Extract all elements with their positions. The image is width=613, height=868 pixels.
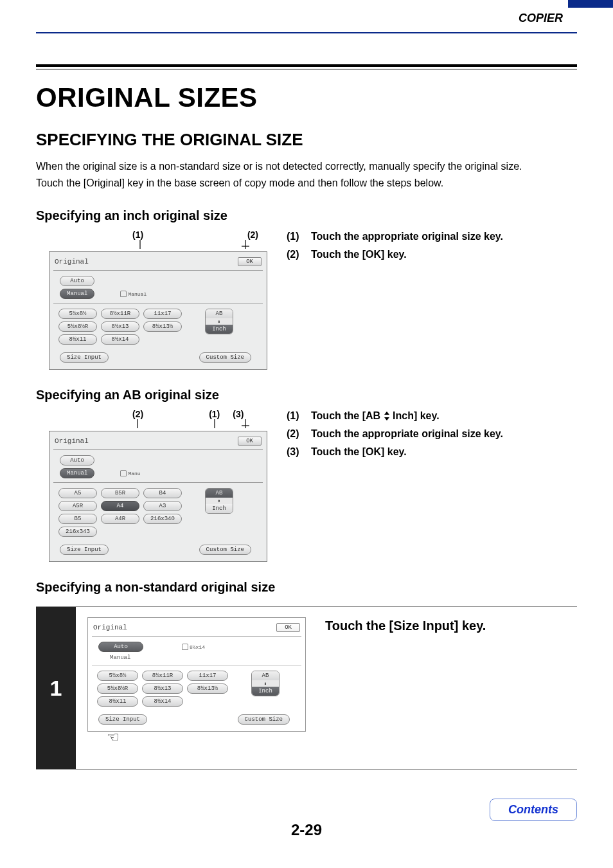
callout-2b: (2) — [132, 409, 143, 419]
step-num: (2) — [287, 249, 305, 260]
svg-marker-7 — [384, 411, 389, 415]
ab-half-3: AB — [252, 671, 279, 680]
svg-marker-8 — [384, 417, 389, 420]
callout-3b: (3) — [233, 409, 244, 419]
callout-1b: (1) — [209, 409, 220, 419]
size-option[interactable]: A4 — [101, 501, 139, 511]
title-rule-thick — [36, 64, 577, 67]
size-option[interactable]: B5R — [101, 488, 139, 498]
nonstandard-panel: Original OK Auto 8½x14 Manual 5½x8½8½x11… — [87, 617, 306, 732]
inch-half-3: Inch — [252, 687, 279, 696]
step-num: (3) — [287, 446, 305, 458]
ab-panel: Original OK Auto Manual Manu A5B5RB4A5RA… — [49, 431, 267, 562]
callout-1: (1) — [132, 230, 143, 240]
manual-button-2[interactable]: Manual — [60, 468, 94, 478]
section-header: COPIER — [519, 12, 563, 25]
size-option[interactable]: 8½x13 — [101, 321, 139, 332]
step-number: 1 — [36, 607, 76, 769]
size-option[interactable]: 216x340 — [143, 514, 182, 524]
section-title: SPECIFYING THE ORIGINAL SIZE — [36, 130, 577, 150]
panel-title: Original — [55, 258, 89, 266]
callout-lines — [49, 240, 267, 249]
size-option[interactable]: 216x343 — [58, 527, 97, 537]
title-rule-thin — [36, 69, 577, 69]
size-option[interactable]: B5 — [58, 514, 97, 524]
size-option[interactable]: 11x17 — [143, 309, 182, 319]
ok-button-2[interactable]: OK — [238, 437, 262, 446]
callout-2: (2) — [247, 230, 258, 240]
ab-half-2: AB — [206, 489, 233, 498]
callout-lines-2 — [49, 419, 267, 428]
step-text: Touch the appropriate original size key. — [311, 428, 503, 440]
ok-button-3[interactable]: OK — [276, 623, 300, 632]
size-option[interactable]: 8½x11 — [97, 696, 138, 707]
ab-inch-toggle-3[interactable]: AB ⬍ Inch — [251, 671, 280, 696]
size-option[interactable]: A5R — [58, 501, 97, 511]
size-option[interactable]: 8½x13½ — [143, 321, 182, 332]
size-option[interactable]: 8½x14 — [101, 334, 139, 345]
updown-icon-3: ⬍ — [252, 680, 279, 687]
updown-icon-2: ⬍ — [206, 498, 233, 504]
custom-size-button-3[interactable]: Custom Size — [238, 714, 290, 725]
size-input-button[interactable]: Size Input — [60, 352, 109, 363]
size-option[interactable]: 8½x11R — [142, 671, 183, 681]
panel-title-2: Original — [55, 437, 89, 445]
inch-panel: Original OK Auto Manual Manual 5½x8½8½x1… — [49, 251, 267, 370]
step2-text-1: Touch the [AB Inch] key. — [311, 410, 440, 422]
size-option[interactable]: A3 — [143, 501, 182, 511]
step-big-text: Touch the [Size Input] key. — [325, 619, 577, 633]
size-option[interactable]: 5½x8½R — [97, 683, 138, 694]
size-option[interactable]: 5½x8½R — [58, 321, 97, 332]
manu-tab[interactable]: Manu — [120, 470, 140, 476]
hand-pointer-icon: ☜ — [107, 729, 120, 746]
size-option[interactable]: B4 — [143, 488, 182, 498]
custom-size-button[interactable]: Custom Size — [199, 352, 251, 363]
step-num: (1) — [287, 231, 305, 242]
size-tab[interactable]: 8½x14 — [182, 644, 205, 650]
step-text: Touch the [OK] key. — [311, 249, 407, 260]
manual-label-3: Manual — [98, 655, 130, 661]
step-num: (2) — [287, 428, 305, 440]
auto-button-2[interactable]: Auto — [60, 455, 94, 466]
subhead-ab: Specifying an AB original size — [36, 388, 577, 402]
custom-size-button-2[interactable]: Custom Size — [199, 545, 251, 555]
subhead-nonstandard: Specifying a non-standard original size — [36, 580, 577, 595]
size-input-button-2[interactable]: Size Input — [60, 545, 109, 555]
size-option[interactable]: 8½x14 — [142, 696, 183, 707]
inch-half-2: Inch — [206, 504, 233, 513]
size-option[interactable]: 8½x13½ — [187, 683, 228, 694]
size-option[interactable]: 8½x11R — [101, 309, 139, 319]
ok-button[interactable]: OK — [238, 257, 262, 266]
updown-inline-icon — [384, 411, 390, 423]
auto-button[interactable]: Auto — [60, 276, 94, 286]
step2-num-1: (1) — [287, 410, 305, 422]
contents-button[interactable]: Contents — [490, 799, 577, 821]
step-1-box: 1 Original OK Auto 8½x14 Manual — [36, 606, 577, 770]
size-option[interactable]: A4R — [101, 514, 139, 524]
step-text: Touch the [OK] key. — [311, 446, 407, 458]
inch-half: Inch — [206, 325, 233, 334]
panel-title-3: Original — [93, 624, 127, 631]
size-option[interactable]: 5½x8½ — [58, 309, 97, 319]
ab-inch-toggle-2[interactable]: AB ⬍ Inch — [205, 488, 233, 514]
step-text: Touch the appropriate original size key. — [311, 231, 503, 242]
page-title: ORIGINAL SIZES — [36, 82, 577, 113]
size-option[interactable]: 11x17 — [187, 671, 228, 681]
size-option[interactable]: 8½x11 — [58, 334, 97, 345]
intro-1: When the original size is a non-standard… — [36, 159, 577, 174]
auto-button-3[interactable]: Auto — [98, 642, 143, 652]
manual-button[interactable]: Manual — [60, 289, 94, 299]
subhead-inch: Specifying an inch original size — [36, 208, 577, 223]
size-option[interactable]: 5½x8½ — [97, 671, 138, 681]
page-number: 2-29 — [36, 821, 577, 839]
corner-blue-block — [568, 0, 613, 8]
manual-tab[interactable]: Manual — [120, 291, 147, 297]
top-rule — [36, 32, 577, 33]
intro-2: Touch the [Original] key in the base scr… — [36, 176, 577, 190]
size-option[interactable]: A5 — [58, 488, 97, 498]
ab-inch-toggle[interactable]: AB ⬍ Inch — [205, 309, 233, 334]
size-input-button-3[interactable]: Size Input — [98, 714, 147, 725]
ab-half: AB — [206, 309, 233, 318]
updown-icon: ⬍ — [206, 318, 233, 325]
size-option[interactable]: 8½x13 — [142, 683, 183, 694]
